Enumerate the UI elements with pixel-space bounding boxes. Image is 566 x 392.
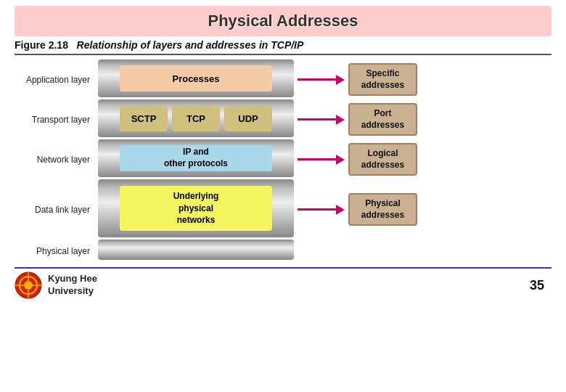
logo-area: Kyung Hee University xyxy=(15,271,97,299)
label-physical: Physical layer xyxy=(15,240,94,263)
page-number: 35 xyxy=(530,278,544,293)
row-application: Processes xyxy=(98,60,294,97)
arrows-col xyxy=(294,60,348,263)
box-datalink: Underlyingphysicalnetworks xyxy=(120,186,272,231)
footer: Kyung Hee University 35 xyxy=(0,269,566,302)
right-box-logical: Logicaladdresses xyxy=(348,139,421,179)
stack-container: Processes SCTP TCP UDP IP andother proto… xyxy=(98,60,294,260)
page-title: Physical Addresses xyxy=(0,6,566,36)
right-box-specific: Specific addresses xyxy=(348,60,421,99)
box-processes: Processes xyxy=(120,65,272,91)
university-name: Kyung Hee University xyxy=(48,273,97,298)
row-transport: SCTP TCP UDP xyxy=(98,99,294,137)
arrow-port xyxy=(298,99,348,139)
label-datalink: Data link layer xyxy=(15,179,94,240)
box-network: IP andother protocols xyxy=(120,145,272,171)
arrow-logical xyxy=(298,139,348,179)
arrow-physical xyxy=(298,179,348,240)
figure-caption: Figure 2.18 Relationship of layers and a… xyxy=(15,39,551,51)
row-network: IP andother protocols xyxy=(98,139,294,177)
row-datalink: Underlyingphysicalnetworks xyxy=(98,179,294,237)
label-network: Network layer xyxy=(15,139,94,179)
figure-number: Figure 2.18 xyxy=(15,39,68,51)
arrow-specific xyxy=(298,60,348,99)
row-physical xyxy=(98,240,294,260)
layer-labels: Application layer Transport layer Networ… xyxy=(15,60,98,263)
box-tcp: TCP xyxy=(172,105,220,131)
caption-divider xyxy=(15,54,551,55)
right-box-physical: Physical addresses xyxy=(348,179,421,240)
right-labels: Specific addresses Portaddresses Logical… xyxy=(348,60,421,263)
label-application: Application layer xyxy=(15,60,94,99)
right-box-port: Portaddresses xyxy=(348,99,421,139)
title-text: Physical Addresses xyxy=(208,12,358,30)
university-logo xyxy=(15,271,42,299)
figure-caption-text: Relationship of layers and addresses in … xyxy=(77,39,304,51)
label-transport: Transport layer xyxy=(15,99,94,139)
diagram-area: Application layer Transport layer Networ… xyxy=(15,60,551,263)
box-sctp: SCTP xyxy=(120,105,168,131)
box-udp: UDP xyxy=(224,105,272,131)
